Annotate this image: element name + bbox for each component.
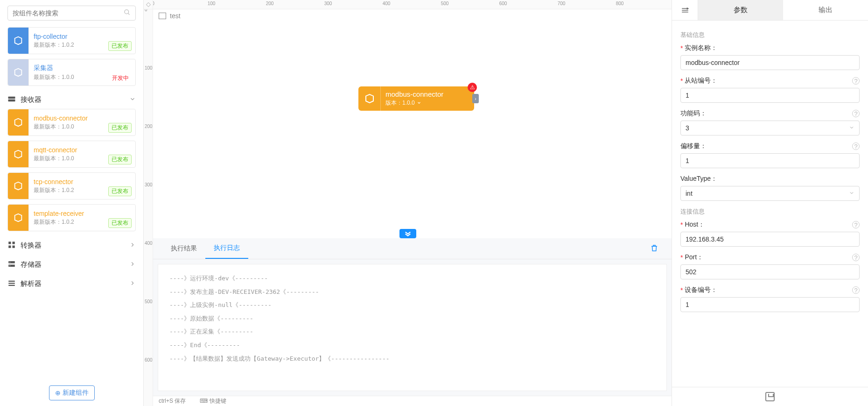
- sidebar-item-collector[interactable]: 采集器 最新版本：1.0.0 开发中: [7, 59, 136, 86]
- svg-line-1: [128, 13, 129, 14]
- port-input[interactable]: [680, 264, 860, 279]
- value-type-select[interactable]: int: [680, 186, 860, 201]
- device-id-input[interactable]: [680, 297, 860, 312]
- save-button[interactable]: [765, 392, 775, 401]
- ruler-vertical: 0100200300400500600: [144, 9, 153, 406]
- tab-params[interactable]: 参数: [698, 0, 783, 20]
- component-title: 采集器: [34, 64, 131, 72]
- svg-rect-9: [8, 265, 15, 267]
- field-slave-id: *从站编号：?: [680, 77, 860, 103]
- tab-exec-result[interactable]: 执行结果: [162, 239, 205, 258]
- category-label: 存储器: [21, 260, 42, 269]
- log-line: ----》End《---------: [169, 339, 655, 352]
- log-body[interactable]: ----》运行环境-dev《-------------》发布主题-DEV-REC…: [158, 264, 667, 391]
- sidebar-item-tcp-connector[interactable]: tcp-connector 最新版本：1.0.2 已发布: [7, 172, 136, 199]
- field-func-code: 功能码：? 3: [680, 109, 860, 135]
- instance-name-input[interactable]: [680, 55, 860, 70]
- log-line: ----》发布主题-DEV-RECEIVER-2362《---------: [169, 285, 655, 299]
- canvas-title: test: [159, 12, 181, 20]
- chevron-right-icon: [129, 280, 136, 288]
- tab-output[interactable]: 输出: [783, 0, 868, 20]
- help-icon[interactable]: ?: [852, 254, 860, 261]
- log-line: ----》运行环境-dev《---------: [169, 272, 655, 285]
- component-title: modbus-connector: [34, 114, 131, 122]
- svg-rect-14: [8, 285, 15, 286]
- chevron-down-icon: [129, 96, 136, 104]
- package-icon: [8, 109, 28, 135]
- field-device-id: *设备编号：?: [680, 286, 860, 312]
- component-title: mqtt-connector: [34, 146, 131, 154]
- svg-rect-13: [8, 283, 15, 284]
- chevron-down-icon: [417, 100, 421, 107]
- sidebar: ftp-collector 最新版本：1.0.2 已发布 采集器 最新版本：1.…: [0, 0, 144, 406]
- status-badge: 已发布: [108, 155, 132, 164]
- help-icon[interactable]: ?: [852, 221, 860, 228]
- svg-rect-8: [8, 261, 15, 264]
- section-basic: 基础信息: [680, 31, 860, 39]
- canvas-node-modbus-connector[interactable]: modbus-connector 版本：1.0.0 ⚠ ›: [358, 86, 474, 111]
- warning-icon[interactable]: ⚠: [468, 83, 477, 92]
- svg-rect-3: [8, 100, 15, 102]
- tab-exec-log[interactable]: 执行日志: [205, 238, 248, 259]
- log-line: ----》上级实例-null《---------: [169, 299, 655, 312]
- offset-input[interactable]: [680, 153, 860, 168]
- sidebar-item-modbus-connector[interactable]: modbus-connector 最新版本：1.0.0 已发布: [7, 109, 136, 136]
- collapse-panel-button[interactable]: [399, 229, 416, 238]
- help-icon[interactable]: ?: [852, 110, 860, 117]
- right-footer: [672, 387, 868, 406]
- chevron-down-icon: [849, 190, 854, 197]
- category-label: 解析器: [21, 279, 42, 288]
- clear-log-button[interactable]: [646, 244, 662, 254]
- package-icon: [8, 173, 28, 199]
- svg-rect-2: [8, 97, 15, 99]
- svg-rect-4: [8, 242, 11, 244]
- chevron-right-icon: [129, 261, 136, 269]
- category-converter[interactable]: 转换器: [7, 236, 136, 255]
- new-component-label: 新建组件: [63, 389, 89, 397]
- help-icon[interactable]: ?: [852, 77, 860, 85]
- sidebar-item-ftp-collector[interactable]: ftp-collector 最新版本：1.0.2 已发布: [7, 27, 136, 54]
- status-badge: 已发布: [108, 41, 132, 51]
- grid-icon: [7, 241, 17, 250]
- status-shortcut-hint: ⌨ 快捷键: [200, 397, 226, 405]
- category-label: 接收器: [21, 95, 42, 104]
- svg-point-11: [10, 265, 11, 266]
- category-receiver[interactable]: 接收器: [7, 91, 136, 109]
- plus-icon: ⊕: [55, 389, 61, 397]
- package-icon: [8, 28, 28, 54]
- help-icon[interactable]: ?: [852, 142, 860, 150]
- sidebar-item-mqtt-connector[interactable]: mqtt-connector 最新版本：1.0.0 已发布: [7, 141, 136, 168]
- sidebar-item-template-receiver[interactable]: template-receiver 最新版本：1.0.2 已发布: [7, 204, 136, 231]
- right-panel: 参数 输出 基础信息 *实例名称： *从站编号：? 功能码：? 3 偏移量：? …: [672, 0, 868, 406]
- log-panel: 执行结果 执行日志 ----》运行环境-dev《-------------》发布…: [153, 238, 672, 396]
- server-icon: [7, 96, 17, 104]
- form-body: 基础信息 *实例名称： *从站编号：? 功能码：? 3 偏移量：? ValueT…: [672, 21, 868, 387]
- field-host: *Host：?: [680, 221, 860, 247]
- help-icon[interactable]: ?: [852, 286, 860, 294]
- svg-point-0: [125, 10, 129, 14]
- svg-rect-7: [13, 246, 15, 248]
- field-value-type: ValueType： int: [680, 175, 860, 201]
- log-tabs: 执行结果 执行日志: [153, 238, 672, 259]
- category-parser[interactable]: 解析器: [7, 274, 136, 293]
- canvas-title-text: test: [170, 12, 181, 20]
- search-input[interactable]: [13, 9, 124, 17]
- node-version-dropdown[interactable]: 版本：1.0.0: [385, 99, 469, 107]
- status-save-hint: ctrl+S 保存: [159, 397, 186, 405]
- slave-id-input[interactable]: [680, 88, 860, 103]
- new-component-button[interactable]: ⊕ 新建组件: [49, 385, 95, 400]
- category-storage[interactable]: 存储器: [7, 255, 136, 274]
- svg-rect-12: [8, 281, 15, 282]
- func-code-select[interactable]: 3: [680, 121, 860, 135]
- canvas-area[interactable]: 0100200300400500600700800900 01002003004…: [144, 0, 672, 406]
- host-input[interactable]: [680, 232, 860, 247]
- ruler-origin-icon[interactable]: [144, 0, 153, 9]
- search-box[interactable]: [7, 6, 136, 21]
- chevron-down-icon: [849, 124, 854, 132]
- tab-collapse-icon[interactable]: [672, 0, 698, 20]
- canvas-wrap: 0100200300400500600700800900 01002003004…: [144, 0, 672, 406]
- node-output-handle[interactable]: ›: [472, 94, 479, 103]
- field-instance-name: *实例名称：: [680, 44, 860, 70]
- package-icon: [8, 141, 28, 167]
- status-badge: 已发布: [108, 218, 132, 228]
